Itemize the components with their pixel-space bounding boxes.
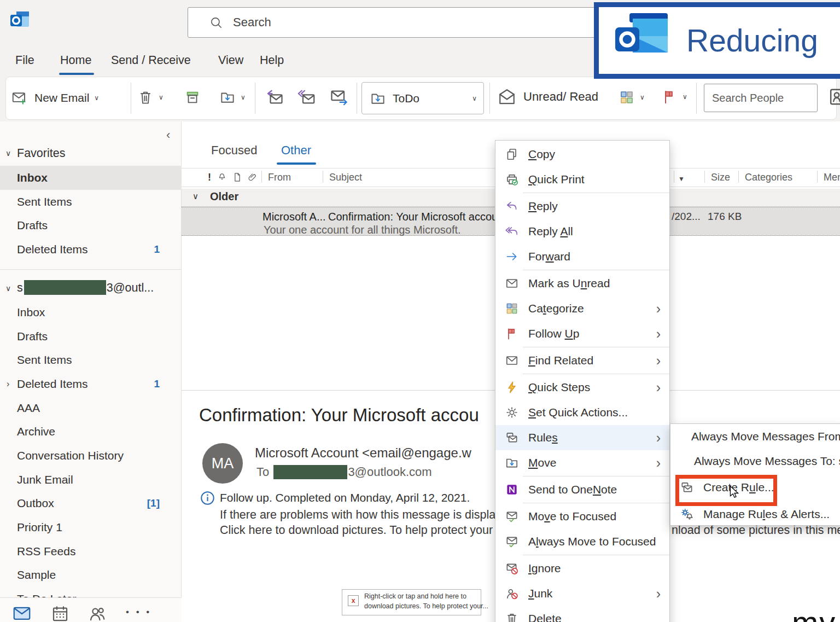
menu-item-rules[interactable]: Rules› <box>495 425 669 450</box>
message-subject: Confirmation: Your Microsoft accou <box>199 405 479 426</box>
favorites-header[interactable]: ∨ Favorites <box>0 141 182 165</box>
menu-item-quick-steps[interactable]: Quick Steps› <box>495 375 669 400</box>
menu-item-label: Find Related <box>528 354 593 367</box>
more-apps-icon[interactable]: • • • <box>126 607 151 618</box>
column-categories[interactable]: Categories <box>745 172 792 183</box>
search-bar[interactable]: Search <box>188 7 598 38</box>
sidebar-item-sent-items[interactable]: Sent Items <box>0 348 182 372</box>
menu-item-reply[interactable]: Reply <box>495 194 669 219</box>
sidebar-item-rss-feeds[interactable]: RSS Feeds <box>0 539 182 563</box>
menu-divider <box>523 374 669 374</box>
sender-line[interactable]: Microsoft Account <email@engage.w <box>255 445 471 461</box>
redacted-account-name <box>24 280 106 295</box>
watermark-logo: mv <box>792 604 836 622</box>
reminder-bell-icon[interactable] <box>217 172 228 183</box>
quick-step-todo-button[interactable]: ToDo ∨ <box>361 82 484 114</box>
menu-item-junk[interactable]: Junk› <box>495 581 669 606</box>
chevron-down-icon: ∨ <box>159 94 164 101</box>
sort-indicator-icon[interactable]: ▼ <box>678 175 685 183</box>
expand-chevron-icon[interactable]: › <box>7 379 9 389</box>
attachment-icon[interactable] <box>247 172 258 183</box>
menu-item-move[interactable]: Move› <box>495 450 669 475</box>
submenu-item-label: Manage Rules & Alerts... <box>703 508 830 521</box>
sidebar-item-inbox[interactable]: Inbox <box>0 166 182 190</box>
move-icon <box>504 456 520 470</box>
unread-read-button[interactable]: Unread/ Read <box>497 87 598 107</box>
menu-item-always-move-to-focused[interactable]: Always Move to Focused <box>495 529 669 554</box>
move-button[interactable]: ∨ <box>219 89 246 106</box>
sidebar-item-inbox[interactable]: Inbox <box>0 300 182 324</box>
people-nav-icon[interactable] <box>88 604 107 622</box>
menu-item-find-related[interactable]: Find Related› <box>495 348 669 373</box>
menu-view[interactable]: View <box>218 54 243 67</box>
placeholder-text-line2: download pictures. To help protect your.… <box>364 602 488 610</box>
menu-item-move-to-focused[interactable]: Move to Focused <box>495 504 669 529</box>
sidebar-item-priority-1[interactable]: Priority 1 <box>0 515 182 539</box>
sidebar-item-aaa[interactable]: AAA <box>0 396 182 420</box>
sidebar-item-sample[interactable]: Sample <box>0 563 182 588</box>
menu-item-copy[interactable]: Copy <box>495 142 669 167</box>
blocked-image-placeholder[interactable]: x Right-click or tap and hold here to do… <box>342 589 481 615</box>
menu-item-ignore[interactable]: Ignore <box>495 556 669 581</box>
forward-button[interactable] <box>329 87 349 107</box>
menu-item-follow-up[interactable]: Follow Up› <box>495 321 669 346</box>
sidebar-item-conversation-history[interactable]: Conversation History <box>0 444 182 468</box>
menu-send-receive[interactable]: Send / Receive <box>111 54 191 67</box>
menu-item-mark-as-unread[interactable]: Mark as Unread <box>495 271 669 296</box>
menu-item-categorize[interactable]: Categorize› <box>495 296 669 321</box>
archive-button[interactable] <box>184 89 201 106</box>
reply-button[interactable] <box>264 87 285 107</box>
move-folder-icon <box>219 89 236 106</box>
sidebar-item-sent-items[interactable]: Sent Items <box>0 190 182 214</box>
search-people-input[interactable]: Search People <box>704 84 818 112</box>
menu-item-send-to-onenote[interactable]: Send to OneNote <box>495 477 669 502</box>
column-importance[interactable]: ! <box>208 172 211 183</box>
column-from[interactable]: From <box>268 172 291 183</box>
active-tab-underline <box>59 73 94 75</box>
menu-home[interactable]: Home <box>60 54 91 67</box>
sidebar-item-deleted-items[interactable]: Deleted Items1 <box>0 237 182 261</box>
new-email-button[interactable]: New Email ∨ <box>10 84 99 112</box>
menu-item-delete[interactable]: Delete <box>495 606 669 622</box>
submenu-item-always-move-messages-to-s[interactable]: Always Move Messages To: s <box>670 449 840 473</box>
tab-other[interactable]: Other <box>281 143 311 158</box>
delete-button[interactable]: ∨ <box>137 89 164 106</box>
account-header[interactable]: ∨ s3@outl... <box>0 276 182 300</box>
folder-label: Deleted Items <box>17 377 88 391</box>
item-type-icon[interactable] <box>232 172 243 183</box>
folder-label: Drafts <box>17 330 48 343</box>
reply-all-button[interactable] <box>296 87 317 107</box>
calendar-nav-icon[interactable] <box>50 604 70 622</box>
categorize-button[interactable]: ∨ <box>619 89 645 106</box>
infobar-line2[interactable]: Click here to download pictures. To help… <box>220 524 522 537</box>
blocked-image-x-icon: x <box>348 595 359 606</box>
follow-up-button[interactable]: ∨ <box>661 88 687 106</box>
column-size[interactable]: Size <box>711 172 730 183</box>
sidebar-item-outbox[interactable]: Outbox[1] <box>0 492 182 516</box>
sender-avatar[interactable]: MA <box>202 443 243 484</box>
find-related-icon <box>504 353 520 368</box>
menu-item-set-quick-actions[interactable]: Set Quick Actions... <box>495 400 669 425</box>
collapse-sidebar-icon[interactable]: ‹ <box>166 128 170 142</box>
mouse-cursor <box>727 485 742 499</box>
sidebar-item-drafts[interactable]: Drafts <box>0 324 182 348</box>
menu-help[interactable]: Help <box>260 54 284 67</box>
sidebar-item-deleted-items[interactable]: ›Deleted Items1 <box>0 372 182 396</box>
folder-label: Drafts <box>17 219 48 232</box>
column-mention[interactable]: Men <box>824 172 840 183</box>
sidebar-item-archive[interactable]: Archive <box>0 420 182 444</box>
chevron-down-icon[interactable]: ∨ <box>472 95 477 102</box>
menu-item-quick-print[interactable]: Quick Print <box>495 167 669 192</box>
outlook-app-icon[interactable] <box>9 10 31 32</box>
placeholder-text-line1: Right-click or tap and hold here to <box>364 592 466 600</box>
mail-nav-icon[interactable] <box>12 604 32 622</box>
sidebar-item-junk-email[interactable]: Junk Email <box>0 468 182 492</box>
column-subject[interactable]: Subject <box>329 172 362 183</box>
submenu-item-always-move-messages-from[interactable]: Always Move Messages From <box>670 424 840 449</box>
tab-focused[interactable]: Focused <box>211 143 257 158</box>
menu-file[interactable]: File <box>15 54 34 67</box>
sidebar-item-drafts[interactable]: Drafts <box>0 213 182 237</box>
menu-item-reply-all[interactable]: Reply All <box>495 219 669 244</box>
menu-item-forward[interactable]: Forward <box>495 244 669 269</box>
address-book-button[interactable] <box>829 86 840 108</box>
